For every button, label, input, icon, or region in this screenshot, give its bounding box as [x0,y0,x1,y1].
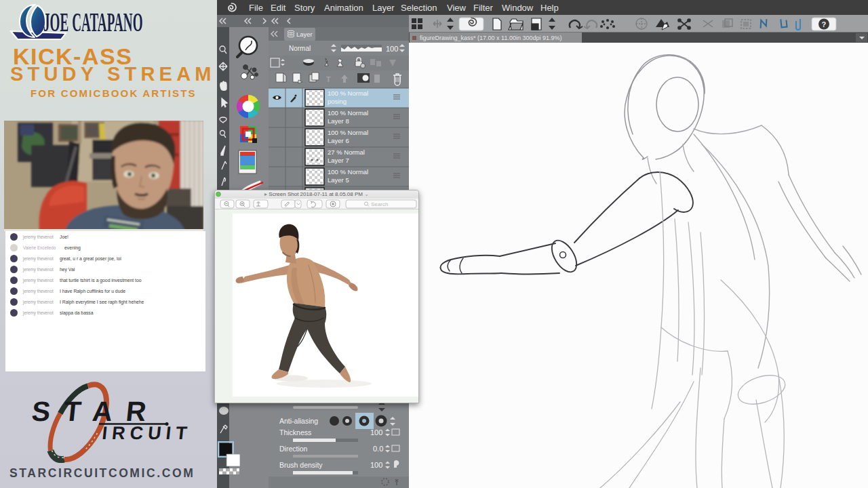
svg-text:Thickness: Thickness [279,428,311,436]
svg-text:Layer 7: Layer 7 [328,157,349,164]
svg-text:Layer 5: Layer 5 [328,176,349,184]
svg-text:Search: Search [371,201,388,207]
svg-text:27 % Normal: 27 % Normal [328,148,365,156]
svg-text:IRCUIT: IRCUIT [101,422,193,443]
svg-text:100 % Normal: 100 % Normal [328,129,368,136]
svg-text:figureDrawing_kass* (17.00 x 1: figureDrawing_kass* (17.00 x 11.00in 300… [420,35,561,41]
svg-text:Direction: Direction [279,445,308,453]
svg-text:100 % Normal: 100 % Normal [328,168,368,176]
svg-text:100: 100 [370,461,382,469]
svg-text:100 % Normal: 100 % Normal [328,109,368,117]
svg-text:0.0: 0.0 [373,445,383,453]
svg-text:100: 100 [386,45,398,53]
svg-text:T: T [326,75,331,83]
svg-text:Anti-aliasing: Anti-aliasing [279,417,318,425]
svg-text:100: 100 [370,428,382,436]
svg-text:posing: posing [328,98,347,105]
svg-text:Layer 8: Layer 8 [328,117,349,125]
svg-text:?: ? [822,20,827,28]
svg-text:Normal: Normal [289,45,311,52]
svg-text:100 % Normal: 100 % Normal [328,89,368,97]
svg-text:Layer: Layer [296,30,313,38]
svg-text:Layer 6: Layer 6 [328,137,349,144]
svg-text:Brush density: Brush density [279,461,323,469]
